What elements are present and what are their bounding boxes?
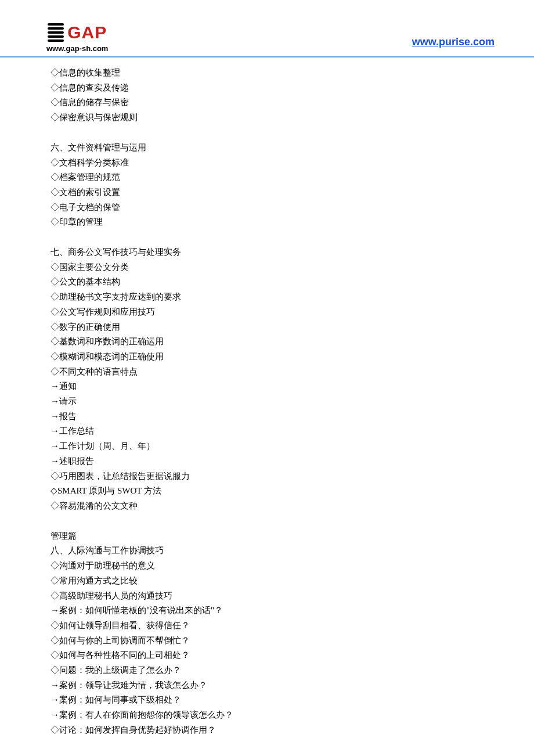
text-line: ◇如何让领导刮目相看、获得信任？ (50, 618, 534, 633)
text-line: ◇巧用图表，让总结报告更据说服力 (50, 469, 534, 484)
text-line: ◇数字的正确使用 (50, 320, 534, 335)
text-line: ◇文档的索引设置 (50, 185, 534, 200)
text-line: ◇模糊词和模态词的正确使用 (50, 350, 534, 365)
logo-url-text: www.gap-sh.com (46, 44, 108, 53)
text-line: →工作计划（周、月、年） (50, 439, 534, 454)
text-line: ◇问题：我的上级调走了怎么办？ (50, 663, 534, 678)
logo-graphic: GAP (48, 23, 107, 42)
text-line: 八、人际沟通与工作协调技巧 (50, 543, 534, 559)
blank-line (50, 230, 534, 245)
document-content: ◇信息的收集整理◇信息的查实及传递◇信息的储存与保密◇保密意识与保密规则六、文件… (0, 57, 534, 738)
text-line: →报告 (50, 409, 534, 424)
text-line: →案例：如何听懂老板的"没有说出来的话"？ (50, 603, 534, 618)
text-line: ◇档案管理的规范 (50, 170, 534, 185)
text-line: →案例：如何与同事或下级相处？ (50, 693, 534, 708)
text-line: 六、文件资料管理与运用 (50, 141, 534, 156)
text-line: ◇信息的收集整理 (50, 66, 534, 81)
text-line: ◇印章的管理 (50, 215, 534, 230)
text-line: →述职报告 (50, 454, 534, 469)
text-line: ◇公文的基本结构 (50, 275, 534, 290)
text-line: ◇不同文种的语言特点 (50, 365, 534, 380)
text-line: ◇讨论：如何发挥自身优势起好协调作用？ (50, 723, 534, 738)
text-line: →案例：有人在你面前抱怨你的领导该怎么办？ (50, 708, 534, 723)
text-line: ◇容易混淆的公文文种 (50, 499, 534, 514)
text-line: ◇公文写作规则和应用技巧 (50, 305, 534, 320)
text-line: ◇沟通对于助理秘书的意义 (50, 559, 534, 574)
blank-line (50, 514, 534, 529)
text-line: ◇助理秘书文字支持应达到的要求 (50, 290, 534, 305)
header-link[interactable]: www.purise.com (412, 36, 495, 48)
text-line: ◇电子文档的保管 (50, 200, 534, 215)
text-line: ◇常用沟通方式之比较 (50, 574, 534, 589)
blank-line (50, 125, 534, 141)
logo-box: GAP www.gap-sh.com (46, 23, 108, 53)
text-line: →请示 (50, 394, 534, 409)
page-header: GAP www.gap-sh.com www.purise.com (0, 0, 534, 57)
text-line: →通知 (50, 379, 534, 394)
text-line: ◇高级助理秘书人员的沟通技巧 (50, 589, 534, 604)
text-line: →案例：领导让我难为情，我该怎么办？ (50, 678, 534, 693)
text-line: ◇如何与各种性格不同的上司相处？ (50, 648, 534, 663)
text-line: ◇信息的储存与保密 (50, 95, 534, 110)
text-line: ◇国家主要公文分类 (50, 260, 534, 275)
text-line: ◇文档科学分类标准 (50, 156, 534, 171)
text-line: ◇信息的查实及传递 (50, 81, 534, 96)
text-line: 七、商务公文写作技巧与处理实务 (50, 245, 534, 260)
text-line: ◇保密意识与保密规则 (50, 110, 534, 125)
text-line: ◇如何与你的上司协调而不帮倒忙？ (50, 633, 534, 649)
text-line: ◇SMART 原则与 SWOT 方法 (50, 484, 534, 499)
logo-brand-text: GAP (67, 24, 107, 41)
text-line: ◇基数词和序数词的正确运用 (50, 334, 534, 350)
text-line: 管理篇 (50, 529, 534, 544)
text-line: →工作总结 (50, 424, 534, 439)
logo-bars-icon (48, 23, 64, 42)
